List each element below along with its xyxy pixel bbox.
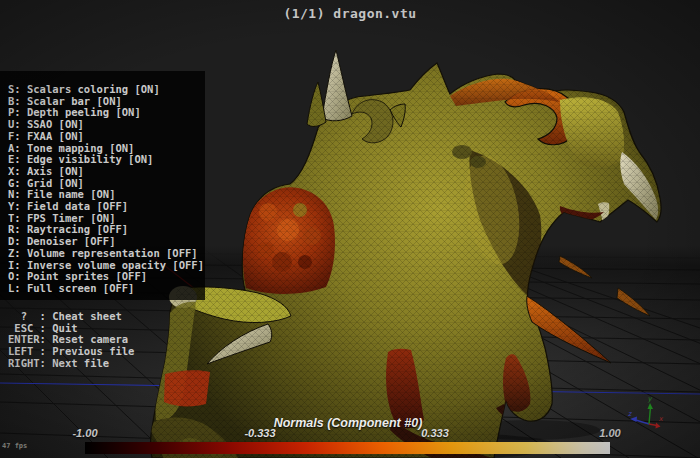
cheatsheet-line: Z: Volume representation [OFF] xyxy=(8,248,204,260)
scalar-bar-tick: -0.333 xyxy=(220,427,300,439)
cheatsheet-help-list: ? : Cheat sheet ESC : Quit ENTER: Reset … xyxy=(8,311,134,370)
cheatsheet-line: F: FXAA [ON] xyxy=(8,131,204,143)
file-name-title: (1/1) dragon.vtu xyxy=(0,6,700,21)
cheatsheet-toggle-list: S: Scalars coloring [ON] B: Scalar bar [… xyxy=(8,84,204,295)
scalar-bar-gradient xyxy=(85,442,610,454)
scalar-bar-tick: 0.333 xyxy=(395,427,475,439)
viewport-3d[interactable]: y z x S: Scalars coloring [ON] B: Scalar… xyxy=(0,0,700,458)
cheatsheet-line: L: Full screen [OFF] xyxy=(8,283,204,295)
cheatsheet-help-line: RIGHT: Next file xyxy=(8,358,134,370)
scalar-bar-tick: -1.00 xyxy=(45,427,125,439)
fps-counter: 47 fps xyxy=(2,442,27,450)
cheatsheet-line: S: Scalars coloring [ON] xyxy=(8,84,204,96)
cheatsheet-help-line: ? : Cheat sheet xyxy=(8,311,134,323)
cheatsheet-line: Y: Field data [OFF] xyxy=(8,201,204,213)
axes-y-label: y xyxy=(647,395,653,403)
cheatsheet-line: X: Axis [ON] xyxy=(8,166,204,178)
scalar-bar-tick: 1.00 xyxy=(570,427,650,439)
axes-x-label: x xyxy=(658,415,664,423)
axes-z-label: z xyxy=(628,410,632,418)
